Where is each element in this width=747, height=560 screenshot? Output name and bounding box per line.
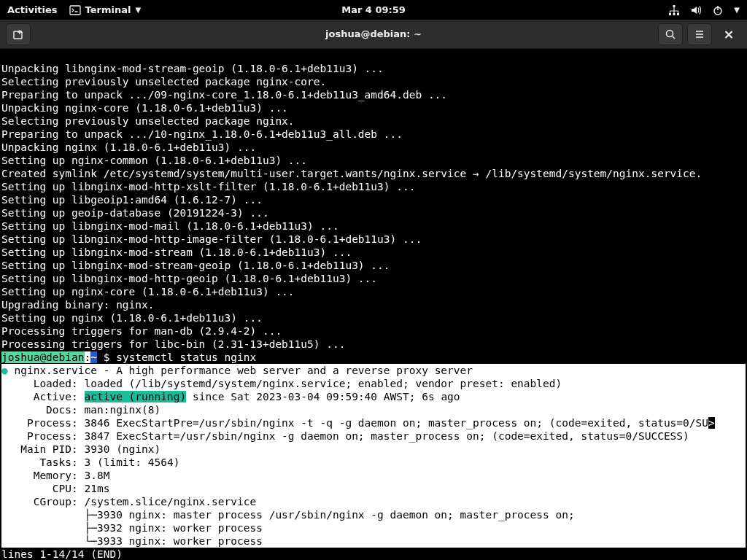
app-label: Terminal (85, 4, 131, 15)
status-tree-3: └─3933 nginx: worker process (1, 535, 263, 547)
search-icon (665, 28, 676, 40)
svg-rect-3 (669, 13, 671, 15)
svg-point-11 (667, 30, 673, 36)
power-icon (712, 4, 724, 16)
scroll-right-indicator: > (708, 417, 715, 429)
status-docs: Docs: man:nginx(8) (1, 404, 160, 416)
close-icon: × (723, 26, 734, 42)
prompt-path: ~ (90, 351, 97, 363)
prompt-user: joshua@debian (1, 351, 85, 363)
status-header: nginx.service - A high performance web s… (8, 365, 473, 376)
gnome-topbar: Activities Terminal ▼ Mar 4 09:59 ▼ (0, 0, 747, 20)
activities-button[interactable]: Activities (7, 4, 58, 15)
clock[interactable]: Mar 4 09:59 (341, 4, 406, 15)
window-titlebar: joshua@debian: ~ × (0, 20, 747, 49)
close-button[interactable]: × (716, 23, 741, 45)
svg-line-12 (673, 36, 675, 39)
search-button[interactable] (658, 23, 683, 45)
svg-rect-0 (70, 6, 80, 15)
hamburger-icon (694, 28, 705, 40)
status-process-1: Process: 3846 ExecStartPre=/usr/sbin/ngi… (1, 417, 708, 429)
status-active-label: Active: (1, 391, 85, 402)
prompt-colon: : (85, 351, 91, 363)
svg-rect-5 (677, 13, 679, 15)
terminal-output: Unpacking libnginx-mod-stream-geoip (1.1… (1, 62, 746, 351)
status-active-rest: since Sat 2023-03-04 09:59:40 AWST; 6s a… (186, 391, 460, 402)
network-icon (668, 4, 680, 16)
svg-rect-4 (673, 13, 676, 15)
prompt-command: systemctl status nginx (116, 351, 256, 363)
status-tasks: Tasks: 3 (limit: 4564) (1, 456, 179, 468)
new-tab-button[interactable] (6, 23, 31, 45)
status-process-2: Process: 3847 ExecStart=/usr/sbin/nginx … (1, 430, 689, 442)
systemctl-status-output: ● nginx.service - A high performance web… (1, 364, 746, 548)
status-cgroup: CGroup: /system.slice/nginx.service (1, 496, 256, 508)
status-cpu: CPU: 21ms (1, 483, 109, 494)
terminal-icon (69, 4, 81, 16)
volume-icon (690, 4, 702, 16)
app-indicator[interactable]: Terminal ▼ (69, 4, 142, 16)
status-active-value: active (running) (85, 391, 187, 402)
menu-button[interactable] (687, 23, 712, 45)
status-main-pid: Main PID: 3930 (nginx) (1, 443, 160, 455)
svg-rect-2 (673, 5, 676, 7)
chevron-down-icon: ▼ (135, 6, 141, 14)
status-tree-2: ├─3932 nginx: worker process (1, 522, 263, 534)
terminal[interactable]: Unpacking libnginx-mod-stream-geoip (1.1… (0, 49, 747, 560)
window-title: joshua@debian: ~ (325, 28, 422, 39)
status-bullet: ● (1, 365, 8, 376)
status-tree-1: ├─3930 nginx: master process /usr/sbin/n… (1, 509, 575, 521)
prompt-symbol: $ (97, 351, 116, 363)
new-tab-icon (12, 28, 24, 40)
system-tray[interactable]: ▼ (668, 4, 740, 16)
pager-status: lines 1-14/14 (END) (1, 548, 746, 560)
status-memory: Memory: 3.8M (1, 470, 109, 481)
status-loaded: Loaded: loaded (/lib/systemd/system/ngin… (1, 378, 562, 389)
chevron-down-icon: ▼ (734, 6, 740, 14)
